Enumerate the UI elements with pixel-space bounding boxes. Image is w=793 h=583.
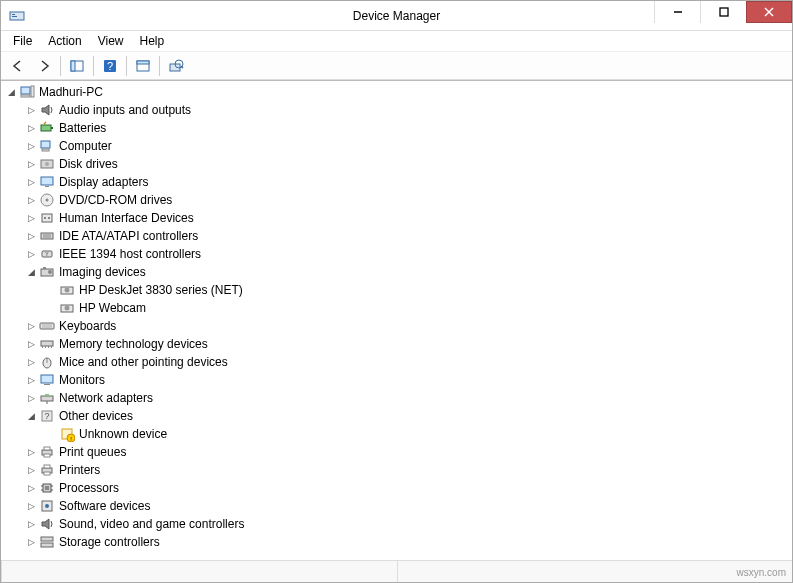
collapse-icon[interactable]: ◢ xyxy=(25,410,37,422)
other-icon: ? xyxy=(39,408,55,424)
tree-category-node[interactable]: ▷Keyboards xyxy=(1,317,792,335)
tree-category-node[interactable]: ▷Storage controllers xyxy=(1,533,792,551)
back-button[interactable] xyxy=(6,54,30,78)
tree-device-node[interactable]: !Unknown device xyxy=(1,425,792,443)
tree-category-node[interactable]: ◢Imaging devices xyxy=(1,263,792,281)
menu-help[interactable]: Help xyxy=(132,32,173,50)
svg-point-28 xyxy=(46,199,49,202)
tree-category-node[interactable]: ▷YIEEE 1394 host controllers xyxy=(1,245,792,263)
expand-icon[interactable]: ▷ xyxy=(25,500,37,512)
expand-icon[interactable]: ▷ xyxy=(25,212,37,224)
expand-icon[interactable]: ▷ xyxy=(25,356,37,368)
maximize-button[interactable] xyxy=(700,1,746,23)
tree-category-node[interactable]: ▷DVD/CD-ROM drives xyxy=(1,191,792,209)
battery-icon xyxy=(39,120,55,136)
expand-icon[interactable]: ▷ xyxy=(25,518,37,530)
titlebar: Device Manager xyxy=(1,1,792,31)
menu-view[interactable]: View xyxy=(90,32,132,50)
expand-icon[interactable]: ▷ xyxy=(25,536,37,548)
tree-node-label: Sound, video and game controllers xyxy=(59,517,244,531)
tree-category-node[interactable]: ▷IDE ATA/ATAPI controllers xyxy=(1,227,792,245)
svg-rect-44 xyxy=(40,323,54,329)
tree-category-node[interactable]: ▷Memory technology devices xyxy=(1,335,792,353)
expand-icon[interactable]: ▷ xyxy=(25,104,37,116)
menu-action[interactable]: Action xyxy=(40,32,89,50)
expand-icon[interactable]: ▷ xyxy=(25,248,37,260)
tree-category-node[interactable]: ▷Sound, video and game controllers xyxy=(1,515,792,533)
tree-category-node[interactable]: ▷Processors xyxy=(1,479,792,497)
tree-category-node[interactable]: ▷Human Interface Devices xyxy=(1,209,792,227)
collapse-icon[interactable]: ◢ xyxy=(25,266,37,278)
expand-icon[interactable]: ▷ xyxy=(25,176,37,188)
audio-icon xyxy=(39,102,55,118)
tree-category-node[interactable]: ▷Audio inputs and outputs xyxy=(1,101,792,119)
tree-category-node[interactable]: ▷Disk drives xyxy=(1,155,792,173)
mouse-icon xyxy=(39,354,55,370)
window-controls xyxy=(654,1,792,23)
imaging-icon xyxy=(39,264,55,280)
expand-icon[interactable]: ▷ xyxy=(25,230,37,242)
svg-rect-55 xyxy=(44,384,50,385)
computer-cat-icon xyxy=(39,138,55,154)
svg-rect-4 xyxy=(720,8,728,16)
device-tree[interactable]: ◢Madhuri-PC▷Audio inputs and outputs▷Bat… xyxy=(1,81,792,560)
expand-icon[interactable]: ▷ xyxy=(25,446,37,458)
tree-category-node[interactable]: ▷Printers xyxy=(1,461,792,479)
help-button[interactable]: ? xyxy=(98,54,122,78)
ieee1394-icon: Y xyxy=(39,246,55,262)
expand-icon[interactable]: ▷ xyxy=(25,482,37,494)
tree-node-label: Batteries xyxy=(59,121,106,135)
svg-rect-51 xyxy=(51,346,52,348)
expand-icon[interactable]: ▷ xyxy=(25,338,37,350)
expand-icon[interactable]: ▷ xyxy=(25,194,37,206)
menu-file[interactable]: File xyxy=(5,32,40,50)
tree-device-node[interactable]: HP Webcam xyxy=(1,299,792,317)
expand-icon[interactable]: ▷ xyxy=(25,158,37,170)
tree-node-label: Memory technology devices xyxy=(59,337,208,351)
svg-rect-17 xyxy=(31,86,34,97)
tree-root-node[interactable]: ◢Madhuri-PC xyxy=(1,83,792,101)
tree-category-node[interactable]: ▷Network adapters xyxy=(1,389,792,407)
tree-node-label: HP Webcam xyxy=(79,301,146,315)
svg-text:?: ? xyxy=(107,60,113,72)
monitor-icon xyxy=(39,372,55,388)
svg-point-38 xyxy=(48,270,52,274)
tree-node-label: Imaging devices xyxy=(59,265,146,279)
expand-icon[interactable]: ▷ xyxy=(25,140,37,152)
close-button[interactable] xyxy=(746,1,792,23)
collapse-icon[interactable]: ◢ xyxy=(5,86,17,98)
expand-icon[interactable]: ▷ xyxy=(25,464,37,476)
tree-category-node[interactable]: ▷Batteries xyxy=(1,119,792,137)
tree-node-label: Human Interface Devices xyxy=(59,211,194,225)
expand-icon[interactable]: ▷ xyxy=(25,374,37,386)
scan-hardware-button[interactable] xyxy=(164,54,188,78)
tree-category-node[interactable]: ◢?Other devices xyxy=(1,407,792,425)
svg-rect-12 xyxy=(137,61,149,64)
tree-category-node[interactable]: ▷Software devices xyxy=(1,497,792,515)
tree-node-label: Unknown device xyxy=(79,427,167,441)
minimize-button[interactable] xyxy=(654,1,700,23)
svg-rect-26 xyxy=(45,186,49,187)
tree-category-node[interactable]: ▷Print queues xyxy=(1,443,792,461)
tree-category-node[interactable]: ▷Computer xyxy=(1,137,792,155)
tree-node-label: Network adapters xyxy=(59,391,153,405)
tree-category-node[interactable]: ▷Monitors xyxy=(1,371,792,389)
expand-icon[interactable]: ▷ xyxy=(25,122,37,134)
svg-rect-16 xyxy=(21,87,30,94)
toolbar-separator xyxy=(60,56,61,76)
show-hide-console-tree-button[interactable] xyxy=(65,54,89,78)
svg-point-31 xyxy=(48,217,50,219)
tree-device-node[interactable]: HP DeskJet 3830 series (NET) xyxy=(1,281,792,299)
tree-category-node[interactable]: ▷Mice and other pointing devices xyxy=(1,353,792,371)
forward-button[interactable] xyxy=(32,54,56,78)
tree-category-node[interactable]: ▷Display adapters xyxy=(1,173,792,191)
svg-point-24 xyxy=(45,162,49,166)
memory-icon xyxy=(39,336,55,352)
properties-button[interactable] xyxy=(131,54,155,78)
svg-rect-25 xyxy=(41,177,53,185)
expand-icon[interactable]: ▷ xyxy=(25,320,37,332)
tree-node-label: IEEE 1394 host controllers xyxy=(59,247,201,261)
expand-icon[interactable]: ▷ xyxy=(25,392,37,404)
svg-rect-69 xyxy=(44,472,50,475)
tree-node-label: Printers xyxy=(59,463,100,477)
